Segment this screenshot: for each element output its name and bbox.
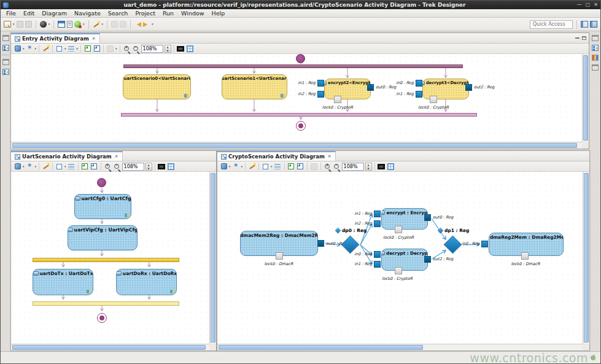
join-bar[interactable]	[33, 301, 179, 306]
save-all-icon[interactable]	[25, 21, 32, 28]
align-icon[interactable]	[68, 46, 74, 52]
pin-in[interactable]	[374, 211, 381, 217]
export-image-icon[interactable]	[288, 163, 294, 169]
zoom-stepper[interactable]: ▲▼	[165, 45, 171, 53]
shape-style-icon[interactable]	[56, 46, 62, 52]
view-minimize-icon[interactable]	[575, 37, 580, 39]
run-icon[interactable]	[74, 21, 81, 28]
filters-icon[interactable]: *	[28, 45, 31, 52]
tab-close-icon[interactable]: ✕	[92, 36, 96, 41]
pin-in[interactable]	[416, 80, 422, 87]
menu-navigate[interactable]: Navigate	[71, 9, 104, 17]
zoom-out-icon[interactable]: −	[133, 46, 138, 51]
select-tool-icon[interactable]	[221, 163, 227, 169]
select-tool-icon[interactable]	[15, 163, 21, 169]
new-wizard-dropdown-icon[interactable]: ▾	[13, 23, 15, 26]
select-tool-dropdown-icon[interactable]: ▾	[229, 165, 231, 168]
zoom-level-input[interactable]	[342, 163, 364, 171]
tab-uartscenario-activity-diagram[interactable]: UartScenario Activity Diagram ✕	[11, 151, 123, 161]
filters-dropdown-icon[interactable]: ▾	[35, 165, 37, 168]
uart-hscrollbar[interactable]	[11, 344, 209, 350]
window-close-button[interactable]: ✕	[594, 2, 598, 7]
shape-style-icon[interactable]	[263, 164, 268, 169]
join-bar[interactable]	[121, 113, 477, 117]
menu-diagram[interactable]: Diagram	[39, 9, 70, 17]
back-icon[interactable]	[134, 22, 141, 27]
arrange-icon[interactable]	[42, 163, 50, 170]
filters-icon[interactable]: *	[234, 163, 238, 170]
activity-node-encrypt2[interactable]: encrypt2<Encrypt>	[324, 79, 371, 99]
subdiagram-icon[interactable]	[125, 214, 129, 217]
pin-lock[interactable]	[430, 96, 437, 103]
zoom-stepper[interactable]: ▲▼	[365, 163, 372, 171]
view-maximize-icon[interactable]	[582, 36, 586, 40]
shape-style-dropdown-icon[interactable]: ▾	[64, 165, 66, 168]
export-diagram-icon[interactable]	[297, 163, 303, 169]
uart-vscrollbar[interactable]	[209, 172, 216, 344]
restore-view-icon[interactable]	[2, 59, 9, 65]
launch-wizard-icon[interactable]	[93, 21, 100, 28]
activity-node-decrypt[interactable]: decrypt : Decrypt	[381, 249, 428, 271]
menu-run[interactable]: Run	[160, 9, 177, 17]
pin-lock[interactable]	[276, 252, 283, 260]
open-perspective-icon[interactable]	[581, 21, 588, 28]
zoom-out-icon[interactable]: −	[334, 164, 339, 169]
quick-access-input[interactable]	[530, 20, 573, 29]
window-maximize-button[interactable]: ▢	[586, 2, 591, 7]
align-dropdown-icon[interactable]: ▾	[77, 47, 79, 50]
pin-lock[interactable]	[521, 252, 529, 260]
zoom-out-icon[interactable]: −	[114, 164, 119, 169]
fork-bar[interactable]	[123, 64, 463, 68]
forward-dropdown-icon[interactable]: ▾	[152, 23, 153, 26]
subdiagram-icon[interactable]	[87, 290, 91, 293]
grid-icon[interactable]	[168, 163, 174, 170]
select-tool-icon[interactable]	[15, 45, 21, 52]
zoom-stepper[interactable]: ▲▼	[145, 163, 152, 171]
console-icon[interactable]	[58, 21, 65, 28]
tab-close-icon[interactable]: ✕	[328, 154, 332, 159]
tab-entry-activity-diagram[interactable]: Entry Activity Diagram ✕	[11, 33, 100, 43]
activity-node-uartDoRx[interactable]: uartDoRx : UartDoRx	[116, 269, 177, 295]
zoom-in-icon[interactable]: +	[124, 46, 129, 51]
tab-close-icon[interactable]: ✕	[115, 154, 118, 159]
pin-in[interactable]	[374, 261, 381, 268]
titlebar[interactable]: uart_demo - platform:/resource/verif_ip/…	[1, 1, 600, 9]
crypto-canvas[interactable]: dmacMem2Reg : DmacMem2Reg out0 : Reg loc…	[217, 172, 583, 344]
crypto-vscrollbar[interactable]	[583, 172, 589, 344]
debug-target-icon[interactable]	[40, 21, 47, 28]
select-tool-dropdown-icon[interactable]: ▾	[23, 165, 25, 168]
outline-view-icon[interactable]	[592, 45, 599, 51]
launch-wizard-dropdown-icon[interactable]: ▾	[102, 23, 104, 26]
grid-icon[interactable]	[387, 163, 394, 170]
entry-hscrollbar[interactable]	[11, 142, 582, 149]
pin-out[interactable]	[424, 214, 431, 221]
shape-style-icon[interactable]	[56, 164, 62, 169]
initial-node[interactable]	[296, 54, 305, 63]
subdiagram-icon[interactable]	[184, 94, 188, 98]
window-minimize-button[interactable]: —	[577, 2, 582, 7]
filters-dropdown-icon[interactable]: ▾	[35, 47, 37, 50]
align-icon[interactable]	[274, 164, 281, 169]
subdiagram-icon[interactable]	[170, 290, 174, 293]
filters-icon[interactable]: *	[28, 163, 31, 170]
tab-cryptoscenario-activity-diagram[interactable]: CryptoScenario Activity Diagram ✕	[217, 151, 336, 161]
menu-file[interactable]: File	[3, 9, 19, 17]
shape-style-dropdown-icon[interactable]: ▾	[271, 165, 273, 168]
activity-node-uartScenario1[interactable]: uartScenario1<UartScenario>	[222, 74, 287, 99]
forward-icon[interactable]	[143, 22, 150, 27]
subdiagram-icon[interactable]	[281, 94, 285, 98]
current-perspective-icon[interactable]	[590, 21, 597, 28]
pin-lock[interactable]	[395, 267, 402, 274]
misc-view-icon[interactable]	[592, 64, 599, 71]
select-tool-dropdown-icon[interactable]: ▾	[23, 47, 25, 50]
menu-edit[interactable]: Edit	[20, 9, 37, 17]
arrange-icon[interactable]	[42, 45, 50, 52]
export-diagram-icon[interactable]	[94, 45, 100, 52]
shape-style-dropdown-icon[interactable]: ▾	[64, 47, 66, 50]
outline-view-icon[interactable]	[2, 69, 9, 75]
final-node[interactable]	[296, 121, 306, 131]
pin-out[interactable]	[465, 84, 472, 91]
export-diagram-icon[interactable]	[91, 163, 97, 169]
arrange-icon[interactable]	[249, 163, 256, 170]
final-node[interactable]	[97, 313, 107, 323]
